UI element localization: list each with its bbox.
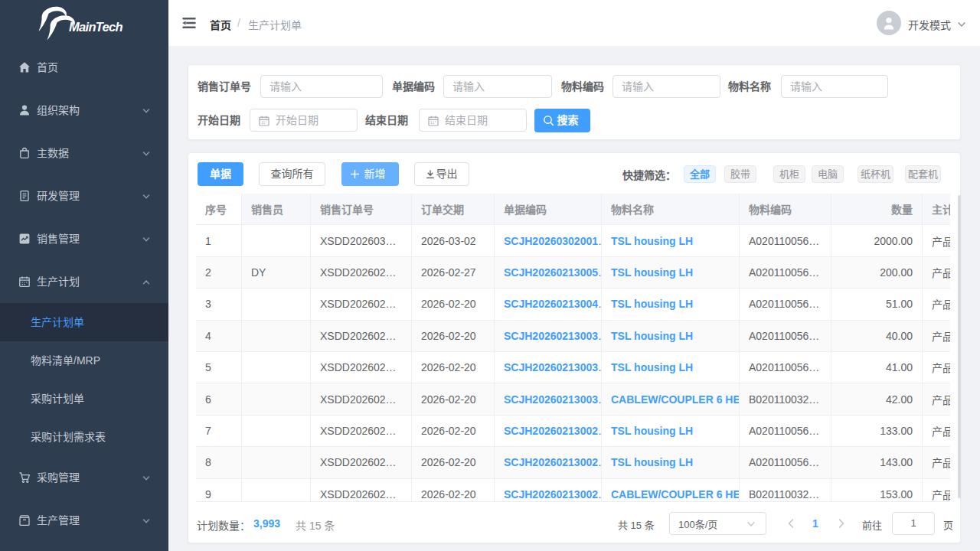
svg-text:MainTech: MainTech bbox=[69, 20, 123, 34]
